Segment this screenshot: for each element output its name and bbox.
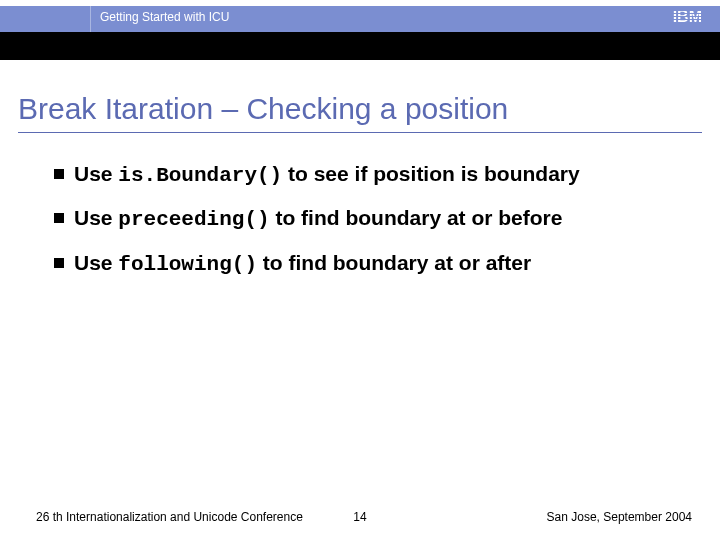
bullet-item: Use preceeding() to find boundary at or … <box>54 204 674 234</box>
bullet-item: Use is.Boundary() to see if position is … <box>54 160 674 190</box>
bullet-list: Use is.Boundary() to see if position is … <box>54 160 674 293</box>
bullet-pre: Use <box>74 206 118 229</box>
ibm-logo: IBM <box>673 8 702 26</box>
square-bullet-icon <box>54 213 64 223</box>
slide: Getting Started with ICU IBM Break Itara… <box>0 0 720 540</box>
footer-page-number: 14 <box>353 510 366 524</box>
bullet-text: Use is.Boundary() to see if position is … <box>74 160 674 190</box>
bullet-text: Use following() to find boundary at or a… <box>74 249 674 279</box>
square-bullet-icon <box>54 169 64 179</box>
bullet-text: Use preceeding() to find boundary at or … <box>74 204 674 234</box>
bullet-post: to see if position is boundary <box>282 162 580 185</box>
bullet-post: to find boundary at or before <box>270 206 563 229</box>
header-divider <box>90 6 91 32</box>
slide-title: Break Itaration – Checking a position <box>18 92 508 126</box>
bullet-code: following() <box>118 253 257 276</box>
title-underline <box>18 132 702 133</box>
bullet-code: is.Boundary() <box>118 164 282 187</box>
bullet-code: preceeding() <box>118 208 269 231</box>
bullet-post: to find boundary at or after <box>257 251 531 274</box>
header-session-title: Getting Started with ICU <box>100 10 229 24</box>
square-bullet-icon <box>54 258 64 268</box>
bullet-item: Use following() to find boundary at or a… <box>54 249 674 279</box>
bullet-pre: Use <box>74 162 118 185</box>
footer-conference: 26 th Internationalization and Unicode C… <box>36 510 303 524</box>
footer-location-date: San Jose, September 2004 <box>547 510 692 524</box>
header-black-strip <box>0 32 720 60</box>
bullet-pre: Use <box>74 251 118 274</box>
